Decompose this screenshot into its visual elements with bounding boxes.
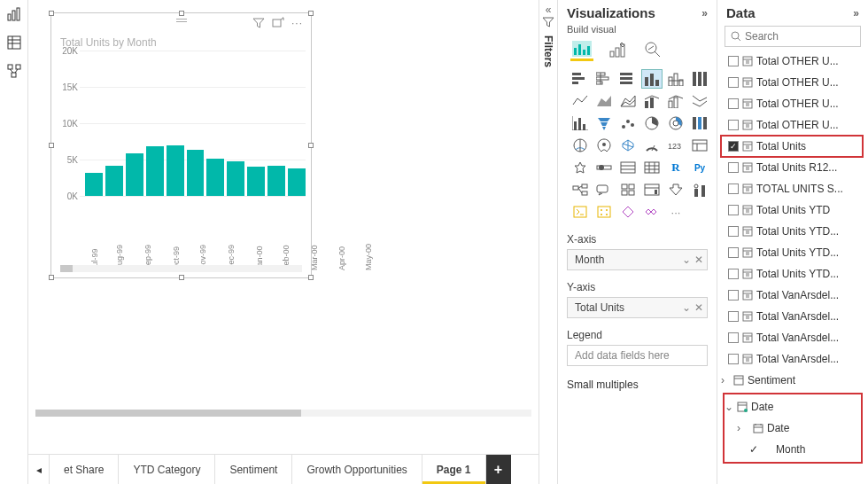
viz-type-item[interactable]: [570, 70, 590, 88]
focus-mode-icon[interactable]: [272, 17, 284, 29]
field-checkbox[interactable]: [728, 247, 739, 258]
field-list-item[interactable]: Total Units YTD...: [721, 263, 868, 285]
viz-type-item[interactable]: [594, 159, 614, 176]
field-list-item[interactable]: Total Units YTD: [721, 199, 868, 221]
resize-handle[interactable]: [49, 11, 54, 16]
expand-caret-icon[interactable]: ›: [721, 374, 730, 386]
viz-type-item[interactable]: [570, 181, 590, 199]
viz-type-item[interactable]: [666, 70, 686, 88]
table-node[interactable]: ⌄Date: [725, 396, 861, 418]
page-tab[interactable]: et Share: [50, 455, 119, 484]
field-list-item[interactable]: Total VanArsdel...: [721, 348, 868, 370]
viz-type-item[interactable]: [594, 137, 614, 154]
page-tab[interactable]: Sentiment: [215, 455, 292, 484]
y-axis-field-chip[interactable]: Total Units: [575, 301, 624, 314]
field-checkbox[interactable]: [728, 56, 739, 66]
data-search[interactable]: [725, 26, 861, 47]
model-view-icon[interactable]: [5, 62, 23, 80]
report-view-icon[interactable]: [5, 5, 23, 23]
field-list-item[interactable]: ✓Month: [725, 439, 861, 460]
viz-type-item[interactable]: [690, 137, 709, 154]
field-checkbox[interactable]: [728, 183, 739, 194]
page-tab[interactable]: Growth Opportunities: [292, 455, 422, 484]
viz-type-item[interactable]: [642, 137, 662, 154]
bar[interactable]: [126, 153, 143, 196]
field-list-item[interactable]: Total OTHER U...: [721, 114, 868, 136]
field-list-item[interactable]: ✓Total Units: [721, 136, 863, 157]
remove-field-icon[interactable]: ✕: [694, 301, 703, 314]
viz-type-item[interactable]: [570, 92, 590, 110]
hierarchy-node[interactable]: ›Date: [725, 418, 861, 439]
viz-type-item[interactable]: [690, 92, 709, 110]
build-visual-tab[interactable]: [570, 38, 593, 61]
bar[interactable]: [85, 173, 103, 196]
viz-type-item[interactable]: [570, 114, 590, 132]
filters-pane-collapsed[interactable]: « Filters: [539, 0, 558, 484]
field-list-item[interactable]: Total VanArsdel...: [721, 327, 868, 348]
viz-type-item[interactable]: [594, 203, 614, 221]
resize-handle[interactable]: [49, 275, 54, 280]
field-checkbox[interactable]: ✓: [749, 443, 758, 456]
resize-handle[interactable]: [179, 275, 184, 280]
viz-type-item[interactable]: [666, 92, 686, 110]
report-canvas[interactable]: ··· Total Units by Month 0K5K10K15K20KJu…: [28, 0, 539, 454]
viz-type-item[interactable]: [642, 114, 662, 132]
viz-type-item[interactable]: R: [666, 159, 686, 176]
viz-type-item[interactable]: [666, 114, 686, 132]
format-visual-tab[interactable]: [606, 38, 629, 61]
page-tab[interactable]: Page 1: [422, 455, 486, 484]
viz-type-item[interactable]: [594, 114, 614, 132]
resize-handle[interactable]: [308, 143, 314, 148]
field-checkbox[interactable]: ✓: [728, 141, 739, 152]
field-checkbox[interactable]: [728, 120, 739, 130]
expand-caret-icon[interactable]: ›: [737, 422, 746, 434]
resize-handle[interactable]: [308, 11, 314, 16]
table-node[interactable]: ›Sentiment: [721, 370, 868, 391]
resize-handle[interactable]: [179, 11, 184, 16]
drag-grip-icon[interactable]: [176, 19, 187, 22]
field-list-item[interactable]: Total Units YTD...: [721, 221, 868, 242]
viz-type-item[interactable]: [642, 70, 662, 88]
field-checkbox[interactable]: [728, 162, 739, 173]
viz-type-item[interactable]: Py: [690, 159, 709, 176]
chevron-down-icon[interactable]: ⌄: [682, 254, 691, 266]
resize-handle[interactable]: [308, 275, 314, 280]
y-axis-well[interactable]: Total Units ⌄✕: [567, 297, 708, 318]
field-checkbox[interactable]: [728, 332, 739, 343]
field-checkbox[interactable]: [728, 77, 739, 88]
viz-type-item[interactable]: 123: [666, 137, 686, 154]
collapse-data-icon[interactable]: »: [853, 7, 859, 20]
viz-type-item[interactable]: [594, 181, 614, 199]
x-axis-well[interactable]: Month ⌄✕: [567, 249, 708, 270]
collapse-visualizations-icon[interactable]: »: [701, 7, 708, 20]
viz-type-item[interactable]: [642, 203, 662, 221]
bar[interactable]: [227, 161, 244, 196]
viz-type-item[interactable]: [690, 181, 709, 199]
canvas-h-scrollbar[interactable]: [35, 410, 531, 417]
field-checkbox[interactable]: [728, 311, 739, 322]
viz-type-item[interactable]: [594, 92, 614, 110]
field-checkbox[interactable]: [728, 269, 739, 279]
viz-type-item[interactable]: [618, 92, 638, 110]
viz-type-item[interactable]: [666, 181, 686, 199]
bar[interactable]: [105, 166, 123, 196]
viz-type-item[interactable]: [642, 92, 662, 110]
viz-type-item[interactable]: [570, 137, 590, 154]
collapse-caret-icon[interactable]: ⌄: [725, 401, 733, 413]
viz-type-item[interactable]: [570, 159, 590, 176]
more-options-icon[interactable]: ···: [291, 17, 304, 29]
remove-field-icon[interactable]: ✕: [694, 254, 703, 266]
field-list-item[interactable]: Total VanArsdel...: [721, 285, 868, 306]
search-input[interactable]: [745, 30, 868, 43]
bar[interactable]: [267, 166, 285, 196]
field-list-item[interactable]: TOTAL UNITS S...: [721, 178, 868, 199]
chevron-down-icon[interactable]: ⌄: [682, 301, 691, 314]
field-list-item[interactable]: Total OTHER U...: [721, 51, 868, 72]
analytics-tab[interactable]: [641, 38, 664, 61]
add-page-button[interactable]: +: [486, 455, 511, 484]
visual-h-scrollbar[interactable]: [60, 265, 302, 272]
bar[interactable]: [247, 167, 265, 196]
resize-handle[interactable]: [49, 143, 54, 148]
field-list-item[interactable]: Total Units YTD...: [721, 242, 868, 263]
viz-type-item[interactable]: [642, 159, 662, 176]
